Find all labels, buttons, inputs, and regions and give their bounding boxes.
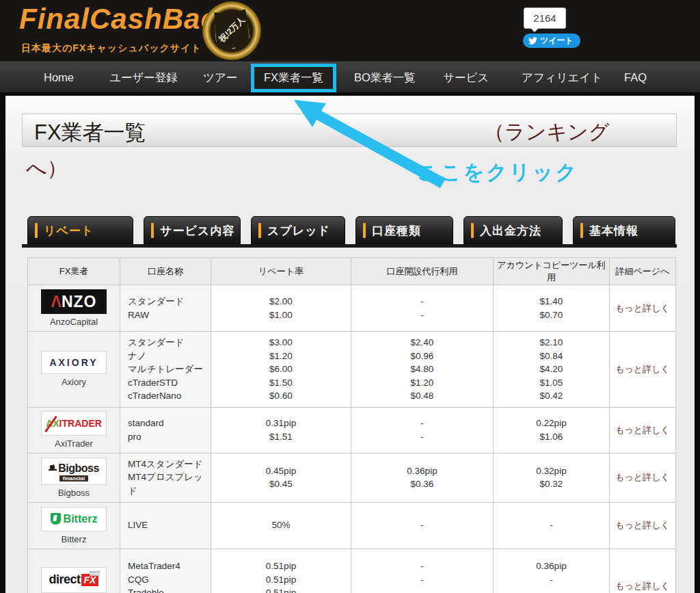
rebate-rate: $3.00 $1.20 $6.00 $1.50 $0.60 bbox=[211, 332, 351, 408]
tab-accent-bar bbox=[580, 223, 583, 238]
table-header-row: FX業者 口座名称 リベート率 口座開設代行利用 アカウントコピーツール利用 詳… bbox=[28, 258, 676, 285]
logo-suffix: com bbox=[90, 571, 100, 576]
bigboss-logo: Bigboss financial bbox=[41, 458, 107, 485]
account-names: standard pro bbox=[120, 407, 211, 453]
badge-text: 祝!2万人 bbox=[216, 14, 247, 45]
twitter-bird-icon bbox=[528, 36, 537, 45]
green-shield-icon bbox=[51, 513, 61, 525]
nav-item-services[interactable]: サービス bbox=[443, 62, 489, 93]
logo-text: FXcom bbox=[81, 574, 99, 586]
nav-item-tour[interactable]: ツアー bbox=[203, 62, 237, 93]
logo-text: Bitterz bbox=[64, 513, 98, 525]
tab-accent-bar bbox=[258, 223, 261, 238]
tab-rebate[interactable]: リベート bbox=[27, 216, 133, 245]
tab-accent-bar bbox=[35, 223, 38, 238]
agency-rate: - - - - bbox=[351, 549, 494, 593]
logo-text: direct bbox=[49, 572, 81, 587]
main-content: FX業者一覧 （ランキング へ） リベート サービス内容 スプレッド 口座種類 bbox=[5, 96, 695, 593]
detail-link[interactable]: もっと詳しく bbox=[615, 364, 670, 374]
account-names: スタンダード ナノ マルチトレーダー cTraderSTD cTraderNan… bbox=[120, 332, 211, 408]
rebate-rate: $2.00 $1.00 bbox=[211, 285, 351, 332]
copytool-rate: $1.40 $0.70 bbox=[494, 285, 610, 332]
copytool-rate: - bbox=[494, 502, 610, 549]
detail-link[interactable]: もっと詳しく bbox=[615, 472, 670, 482]
axiory-logo: AXIORY bbox=[41, 351, 107, 374]
tab-deposit-withdrawal[interactable]: 入出金方法 bbox=[463, 216, 563, 245]
column-header-agency: 口座開設代行利用 bbox=[351, 258, 494, 285]
tab-service-content[interactable]: サービス内容 bbox=[144, 216, 241, 245]
site-tagline: 日本最大のFXキャッシュバックサイト bbox=[21, 42, 202, 55]
axitrader-logo: AXITRADER bbox=[41, 411, 107, 436]
rebate-rate: 0.45pip $0.45 bbox=[211, 453, 351, 502]
nav-item-bo-brokers[interactable]: BO業者一覧 bbox=[354, 62, 416, 93]
tab-label: リベート bbox=[44, 223, 94, 239]
detail-link[interactable]: もっと詳しく bbox=[615, 425, 670, 435]
tab-account-types[interactable]: 口座種類 bbox=[355, 216, 453, 245]
agency-rate: - bbox=[351, 502, 494, 549]
detail-link[interactable]: もっと詳しく bbox=[615, 303, 670, 313]
agency-rate: $2.40 $0.96 $4.80 $1.20 $0.48 bbox=[351, 332, 494, 408]
detail-link[interactable]: もっと詳しく bbox=[615, 581, 670, 591]
broker-name: AxiTrader bbox=[28, 438, 120, 449]
agency-rate: - - bbox=[351, 285, 494, 332]
account-names: LIVE bbox=[120, 502, 211, 549]
copytool-rate: $2.10 $0.84 $4.20 $1.05 $0.42 bbox=[494, 332, 610, 408]
tab-basic-info[interactable]: 基本情報 bbox=[573, 216, 675, 245]
ranking-link-line1[interactable]: （ランキング bbox=[484, 118, 610, 146]
tab-label: サービス内容 bbox=[160, 223, 234, 239]
logo-text: AXIORY bbox=[49, 357, 98, 368]
nav-item-fx-brokers-highlight[interactable]: FX業者一覧 bbox=[251, 64, 336, 92]
rebate-rate: 0.51pip 0.51pip 0.51pip 0.51pip bbox=[211, 549, 351, 593]
anzocapital-logo: ΛNZO bbox=[41, 289, 107, 314]
column-header-account: 口座名称 bbox=[120, 258, 211, 285]
account-names: スタンダード RAW bbox=[120, 285, 211, 332]
column-header-detail: 詳細ページへ bbox=[610, 258, 676, 285]
column-header-copytool: アカウントコピーツール利用 bbox=[494, 258, 610, 285]
column-header-broker: FX業者 bbox=[28, 258, 120, 285]
logo-text: Λ bbox=[51, 293, 62, 311]
tweet-button-label: ツイート bbox=[540, 34, 574, 48]
table-row-directfx: directFXcom DirectFX MetaTrader4 CQG Tra… bbox=[28, 549, 676, 593]
nav-item-user-register[interactable]: ユーザー登録 bbox=[109, 62, 178, 93]
main-nav: Home ユーザー登録 ツアー FX業者一覧 BO業者一覧 サービス アフィリエ… bbox=[0, 62, 700, 92]
broker-name: Bitterz bbox=[28, 534, 120, 544]
copytool-rate: 0.36pip - - - bbox=[494, 549, 610, 593]
detail-link[interactable]: もっと詳しく bbox=[615, 520, 670, 530]
logo-text: NZO bbox=[62, 293, 97, 311]
account-names: MT4スタンダード MT4プロスプレッド bbox=[120, 453, 211, 502]
copytool-rate: 0.32pip $0.32 bbox=[494, 453, 610, 502]
site-header: FinalCashBack. 日本最大のFXキャッシュバックサイト 祝!2万人 … bbox=[0, 0, 700, 62]
tweet-button[interactable]: ツイート bbox=[523, 34, 580, 48]
broker-name: Bigboss bbox=[28, 488, 120, 498]
rebate-rate: 50% bbox=[211, 502, 351, 549]
rebate-rate: 0.31pip $1.51 bbox=[211, 407, 351, 453]
category-tabs: リベート サービス内容 スプレッド 口座種類 入出金方法 基本情報 bbox=[27, 216, 675, 245]
agency-rate: - - bbox=[351, 407, 494, 453]
page-title: FX業者一覧 bbox=[34, 118, 146, 147]
tab-spread[interactable]: スプレッド bbox=[251, 216, 345, 245]
tab-accent-bar bbox=[471, 223, 474, 238]
hat-icon bbox=[49, 465, 57, 472]
account-names: MetaTrader4 CQG Tradeble Currensee bbox=[120, 549, 211, 593]
tab-label: 口座種類 bbox=[372, 223, 421, 239]
bitterz-logo: Bitterz bbox=[41, 507, 107, 531]
table-row-anzocapital: ΛNZO AnzoCapital スタンダード RAW $2.00 $1.00 … bbox=[28, 285, 676, 332]
logo-text: ITRADER bbox=[59, 418, 102, 429]
ranking-link-line2[interactable]: へ） bbox=[26, 155, 68, 183]
page: FinalCashBack. 日本最大のFXキャッシュバックサイト 祝!2万人 … bbox=[0, 0, 700, 593]
site-logo-text: FinalCashBack bbox=[19, 3, 234, 35]
tweet-count-bubble[interactable]: 2164 bbox=[524, 8, 566, 29]
nav-item-home[interactable]: Home bbox=[44, 62, 74, 93]
broker-table: FX業者 口座名称 リベート率 口座開設代行利用 アカウントコピーツール利用 詳… bbox=[27, 257, 676, 593]
nav-item-fx-brokers[interactable]: FX業者一覧 bbox=[264, 70, 323, 85]
table-row-bigboss: Bigboss financial Bigboss MT4スタンダード MT4プ… bbox=[28, 453, 676, 502]
tab-label: 基本情報 bbox=[589, 223, 638, 239]
tab-label: 入出金方法 bbox=[480, 223, 541, 239]
broker-name: Axiory bbox=[28, 377, 120, 387]
tab-label: スプレッド bbox=[267, 223, 330, 239]
nav-item-affiliate[interactable]: アフィリエイト bbox=[522, 62, 602, 93]
directfx-logo: directFXcom bbox=[41, 567, 107, 593]
copytool-rate: 0.22pip $1.06 bbox=[494, 407, 610, 453]
nav-item-faq[interactable]: FAQ bbox=[624, 62, 647, 93]
laurel-badge-icon: 祝!2万人 bbox=[202, 1, 261, 60]
